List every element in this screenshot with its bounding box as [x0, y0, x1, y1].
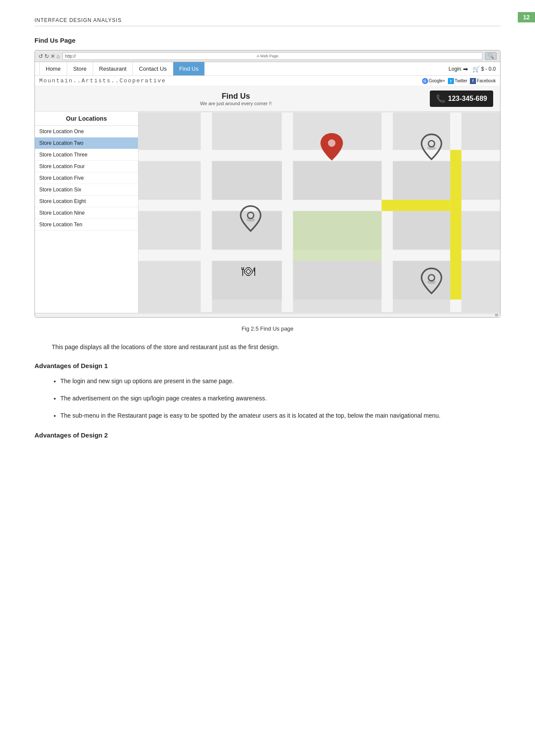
home-icon[interactable]: ⌂ — [56, 53, 60, 59]
site-subheader: Mountain..Artists..Cooperative G Google+… — [35, 76, 500, 86]
location-item-one[interactable]: Store Location One — [35, 126, 138, 137]
figure-caption: Fig 2.5 Find Us page — [34, 325, 501, 332]
nav-store[interactable]: Store — [67, 62, 93, 75]
location-item-two[interactable]: Store Location Two — [35, 137, 138, 149]
nav-contact-us[interactable]: Contact Us — [133, 62, 173, 75]
browser-nav-controls: ↺ ↻ ✕ ⌂ — [38, 53, 60, 59]
advantages1-heading: Advantages of Design 1 — [34, 362, 501, 369]
svg-rect-17 — [293, 261, 382, 300]
social-links: G Google+ t Twitter f Facebook — [422, 78, 496, 84]
location-item-five[interactable]: Store Location Five — [35, 172, 138, 184]
facebook-link[interactable]: f Facebook — [470, 78, 496, 84]
browser-mockup: ↺ ↻ ✕ ⌂ http:// A Web Page 🔍 Home Store … — [34, 50, 501, 318]
twitter-icon: t — [448, 78, 454, 84]
google-plus-label: Google+ — [429, 78, 445, 83]
svg-rect-15 — [393, 211, 450, 250]
cart-label: $ - 0.0 — [481, 66, 496, 72]
site-brand: Mountain..Artists..Cooperative — [39, 78, 166, 84]
main-content: Our Locations Store Location One Store L… — [35, 112, 500, 313]
svg-rect-10 — [293, 211, 382, 261]
section-title: Find Us Page — [34, 37, 501, 44]
bullet-item-3: The sub-menu in the Restaurant page is e… — [60, 411, 501, 421]
website-content: Home Store Restaurant Contact Us Find Us… — [35, 62, 500, 317]
document-header: INTERFACE DESIGN ANALYSIS — [34, 17, 501, 26]
facebook-icon: f — [470, 78, 476, 84]
browser-search-button[interactable]: 🔍 — [485, 52, 497, 60]
forward-icon[interactable]: ↻ — [44, 53, 49, 59]
google-icon: G — [422, 78, 428, 84]
cart-button[interactable]: 🛒 $ - 0.0 — [472, 66, 496, 72]
browser-title-label: A Web Page — [257, 54, 278, 58]
svg-rect-8 — [450, 150, 461, 300]
body-description: This page displays all the locations of … — [52, 342, 501, 352]
phone-number: 123-345-689 — [448, 95, 487, 103]
login-arrow-icon: ➡ — [463, 66, 468, 72]
back-icon[interactable]: ↺ — [38, 53, 43, 59]
svg-point-20 — [328, 139, 335, 147]
scrollbar-thumb[interactable] — [495, 314, 498, 316]
login-label: Login — [449, 66, 461, 72]
hero-subtitle: We are just around every corner !! — [42, 101, 430, 106]
svg-rect-6 — [382, 112, 393, 312]
svg-rect-9 — [382, 200, 450, 211]
location-item-six[interactable]: Store Location Six — [35, 184, 138, 196]
bullet-item-2: The advertisement on the sign up/login p… — [60, 394, 501, 404]
cart-icon: 🛒 — [472, 66, 480, 72]
svg-rect-13 — [393, 161, 450, 200]
nav-bar: Home Store Restaurant Contact Us Find Us… — [35, 62, 500, 76]
location-item-ten[interactable]: Store Location Ten — [35, 219, 138, 231]
facebook-label: Facebook — [477, 78, 496, 83]
google-plus-link[interactable]: G Google+ — [422, 78, 445, 84]
page-number: 12 — [518, 12, 535, 22]
svg-rect-11 — [212, 161, 282, 200]
locations-panel: Our Locations Store Location One Store L… — [35, 112, 138, 313]
address-text: http:// — [65, 54, 76, 59]
svg-rect-12 — [293, 161, 382, 200]
login-button[interactable]: Login ➡ — [449, 66, 468, 72]
browser-scrollbar — [35, 313, 500, 317]
hero-phone: 📞 123-345-689 — [430, 91, 493, 107]
nav-right: Login ➡ 🛒 $ - 0.0 — [449, 66, 496, 72]
hero-title: Find Us — [42, 92, 430, 101]
nav-restaurant[interactable]: Restaurant — [93, 62, 133, 75]
map-area: 🍽 — [138, 112, 500, 313]
page-hero: Find Us We are just around every corner … — [35, 86, 500, 112]
twitter-link[interactable]: t Twitter — [448, 78, 467, 84]
browser-toolbar: ↺ ↻ ✕ ⌂ http:// A Web Page 🔍 — [35, 50, 500, 62]
svg-rect-5 — [282, 112, 293, 312]
hero-text: Find Us We are just around every corner … — [42, 92, 430, 106]
nav-find-us[interactable]: Find Us — [173, 62, 205, 75]
bullet-item-1: The login and new sign up options are pr… — [60, 376, 501, 387]
location-item-four[interactable]: Store Location Four — [35, 161, 138, 172]
location-item-nine[interactable]: Store Location Nine — [35, 207, 138, 219]
location-item-three[interactable]: Store Location Three — [35, 149, 138, 161]
phone-icon: 📞 — [436, 94, 445, 103]
locations-title: Our Locations — [35, 112, 138, 126]
nav-home[interactable]: Home — [39, 62, 67, 75]
location-item-eight[interactable]: Store Location Eight — [35, 196, 138, 207]
map-svg: 🍽 — [138, 112, 500, 313]
svg-rect-14 — [212, 211, 282, 250]
twitter-label: Twitter — [455, 78, 467, 83]
advantages1-list: The login and new sign up options are pr… — [60, 376, 501, 421]
svg-text:🍽: 🍽 — [241, 263, 255, 279]
svg-rect-4 — [201, 112, 212, 312]
advantages2-heading: Advantages of Design 2 — [34, 431, 501, 439]
restaurant-icon: 🍽 — [241, 263, 255, 279]
svg-rect-1 — [138, 150, 500, 161]
close-icon[interactable]: ✕ — [50, 53, 55, 59]
